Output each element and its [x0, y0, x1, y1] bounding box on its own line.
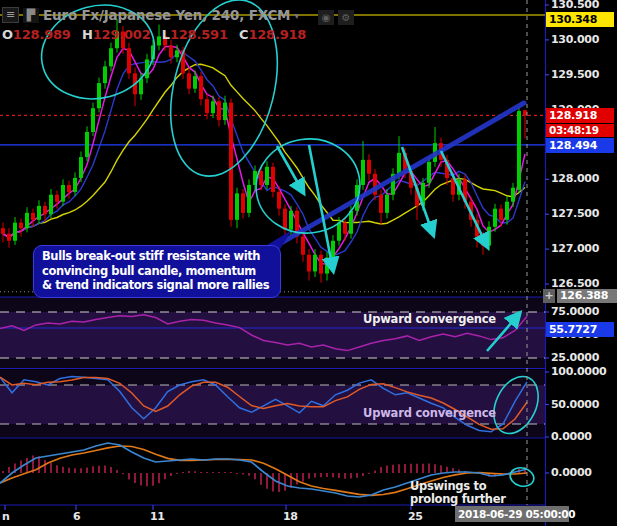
candle-body — [307, 255, 311, 272]
time-axis-label: 25 — [408, 510, 423, 523]
bubble-line-1: Bulls break-out stiff resistance with — [42, 249, 280, 264]
candle-body — [13, 223, 17, 241]
candle-body — [73, 178, 77, 192]
low-label: L — [162, 27, 170, 42]
candle-body — [271, 167, 275, 192]
menu-icon[interactable]: ≡ — [2, 7, 19, 23]
candle-body — [67, 185, 71, 192]
gear-icon[interactable]: ⚙ — [338, 10, 354, 25]
candle-body — [55, 195, 59, 202]
candle-body — [187, 73, 191, 88]
candle-body — [517, 111, 521, 190]
macd-note-line-1: Upswings to — [410, 480, 506, 493]
ma-level-badge: 126.388 — [557, 289, 617, 303]
candle-body — [487, 227, 491, 246]
stoch-tick-label: 50.0000 — [551, 398, 599, 411]
candle-body — [325, 257, 329, 273]
macd-note-line-2: prolong further — [410, 493, 506, 506]
trading-chart-app: ≡ ▛ Euro Fx/Japanese Yen, 240, FXCM ▾ ◉ … — [0, 0, 617, 526]
candle-body — [127, 48, 131, 73]
candle-body — [277, 192, 281, 209]
macd-note-label: Upswings to prolong further — [410, 480, 506, 505]
high-label: H — [82, 27, 93, 42]
candle-body — [199, 76, 203, 99]
rsi-value-badge: 55.7727 — [546, 322, 614, 337]
price-tick-label: 130.000 — [551, 33, 599, 46]
down-arrow — [277, 146, 303, 192]
candle-body — [313, 255, 317, 272]
candle-body — [85, 132, 89, 157]
candle-body — [505, 202, 509, 220]
candle-body — [235, 193, 239, 220]
candle-body — [265, 167, 269, 185]
candle-body — [397, 153, 401, 174]
price-tick-label: 127.500 — [551, 207, 599, 220]
candle-body — [361, 160, 365, 185]
candle-body — [511, 188, 515, 202]
open-label: O — [2, 27, 13, 42]
logo-icon: ▛ — [23, 8, 39, 23]
candle-body — [31, 213, 35, 220]
candle-body — [91, 108, 95, 132]
stoch-tick-label: 0.0000 — [551, 430, 592, 443]
candle-body — [367, 160, 371, 174]
candle-body — [385, 195, 389, 213]
bubble-line-2: convincing bull candle, momentum — [42, 264, 280, 279]
candle-body — [499, 209, 503, 220]
candle-body — [283, 209, 287, 230]
candle-body — [19, 223, 23, 229]
last-price-badge: 128.918 — [546, 108, 614, 123]
analysis-note-bubble[interactable]: Bulls break-out stiff resistance with co… — [33, 245, 281, 298]
candle-body — [259, 171, 263, 185]
stoch-convergence-label: Upward convergence — [363, 406, 496, 420]
candle-body — [43, 206, 47, 214]
candle-body — [205, 99, 209, 113]
rsi-tick-label: 25.0000 — [551, 351, 599, 364]
candle-body — [247, 185, 251, 213]
current-time-badge: 2018-06-29 05:00:00 — [455, 506, 569, 522]
candle-body — [337, 223, 341, 241]
chevron-down-icon[interactable]: ▾ — [294, 10, 299, 21]
candle-body — [229, 103, 233, 220]
bubble-line-3: & trend indicators signal more rallies — [42, 278, 280, 293]
price-tick-label: 127.000 — [551, 242, 599, 255]
chart-header: ≡ ▛ Euro Fx/Japanese Yen, 240, FXCM ▾ — [2, 7, 299, 23]
symbol-title[interactable]: Euro Fx/Japanese Yen, 240, FXCM — [43, 7, 290, 23]
candle-body — [319, 255, 323, 274]
candle-body — [223, 103, 227, 120]
close-label: C — [239, 27, 248, 42]
candle-body — [289, 211, 293, 230]
support-level-badge: 128.494 — [546, 138, 614, 153]
ohlc-row: O128.989 H129.002 L128.591 C128.918 — [2, 27, 313, 42]
open-value: 128.989 — [13, 27, 71, 42]
time-axis-label: 18 — [283, 510, 298, 523]
macd-tick-label: 0.0000 — [551, 466, 592, 479]
time-axis-label: 11 — [150, 510, 165, 523]
candle-body — [211, 101, 215, 113]
candle-body — [241, 193, 245, 213]
annotation-ellipse — [508, 465, 536, 489]
candle-body — [1, 228, 5, 234]
bar-countdown-badge: 03:48:19 — [546, 124, 614, 137]
candle-body — [193, 76, 197, 89]
candle-body — [61, 185, 65, 202]
high-value: 129.002 — [93, 27, 151, 42]
candle-body — [427, 162, 431, 183]
eye-icon[interactable]: ◉ — [318, 10, 334, 25]
stoch-tick-label: 100.0000 — [551, 365, 606, 378]
down-arrow — [441, 151, 487, 246]
candle-body — [301, 237, 305, 255]
price-tick-label: 128.000 — [551, 172, 599, 185]
candle-body — [97, 83, 101, 108]
candle-body — [37, 206, 41, 220]
price-tick-label: 130.500 — [551, 0, 599, 11]
candle-body — [493, 209, 497, 227]
candle-body — [49, 195, 53, 215]
candle-body — [175, 50, 179, 57]
rsi-convergence-label: Upward convergence — [363, 312, 496, 326]
time-axis-label: n — [2, 510, 10, 523]
rsi-tick-label: 75.0000 — [551, 305, 599, 318]
yellow-level-badge: 130.348 — [546, 12, 614, 27]
add-alert-button[interactable]: + — [543, 289, 555, 303]
candle-body — [25, 213, 29, 228]
